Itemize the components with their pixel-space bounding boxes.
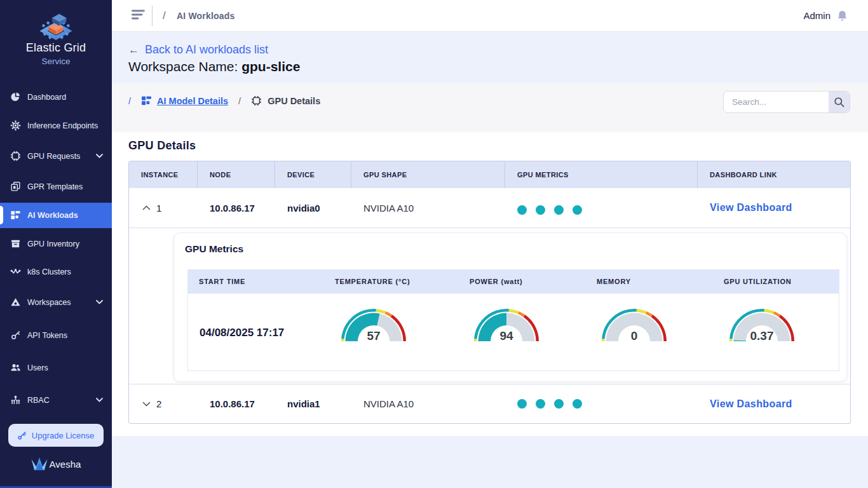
svg-text:0: 0 <box>631 329 638 342</box>
svg-text:94: 94 <box>499 329 513 342</box>
svg-text:57: 57 <box>367 329 380 342</box>
svg-text:0.37: 0.37 <box>750 329 774 342</box>
